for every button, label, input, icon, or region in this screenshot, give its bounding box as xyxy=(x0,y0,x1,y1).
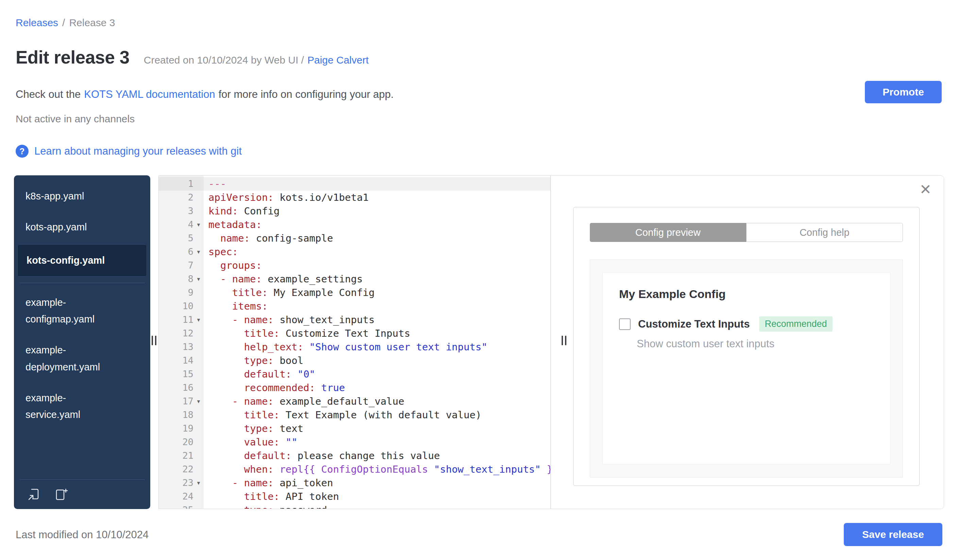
fold-icon[interactable]: ▾ xyxy=(194,245,204,259)
code-text: default: please change this value xyxy=(204,449,550,462)
title-row: Edit release 3 Created on 10/10/2024 by … xyxy=(16,47,368,68)
fold-icon[interactable]: ▾ xyxy=(194,218,204,231)
code-text: apiVersion: kots.io/v1beta1 xyxy=(204,191,550,204)
file-sidebar: k8s-app.yamlkots-app.yamlkots-config.yam… xyxy=(14,176,150,509)
code-line-12[interactable]: 12 title: Customize Text Inputs xyxy=(159,327,550,340)
code-line-14[interactable]: 14 type: bool xyxy=(159,354,550,367)
panel-resize-handle[interactable] xyxy=(561,336,566,345)
page-title: Edit release 3 xyxy=(16,47,130,68)
code-line-24[interactable]: 24 title: API token xyxy=(159,490,550,503)
code-line-25[interactable]: 25 type: password xyxy=(159,503,550,509)
file-item-k8s-app.yaml[interactable]: k8s-app.yaml xyxy=(14,181,122,212)
created-text: Created on 10/10/2024 by Web UI / xyxy=(144,54,304,66)
code-text: - name: example_default_value xyxy=(204,394,550,408)
code-text: recommended: true xyxy=(204,381,550,394)
code-line-17[interactable]: 17▾ - name: example_default_value xyxy=(159,394,550,408)
code-text: value: "" xyxy=(204,435,550,449)
line-number: 5 xyxy=(159,231,204,245)
config-item-row: Customize Text Inputs Recommended xyxy=(619,316,874,332)
promote-button[interactable]: Promote xyxy=(865,81,942,103)
preview-tab-bar: Config preview Config help xyxy=(590,223,903,242)
code-text: title: Text Example (with default value) xyxy=(204,408,550,422)
code-line-23[interactable]: 23▾ - name: api_token xyxy=(159,476,550,490)
save-release-button[interactable]: Save release xyxy=(844,523,942,546)
code-text: kind: Config xyxy=(204,204,550,218)
code-line-16[interactable]: 16 recommended: true xyxy=(159,381,550,394)
preview-card: Config preview Config help My Example Co… xyxy=(573,207,920,486)
file-item-example-service.yaml[interactable]: example-service.yaml xyxy=(14,383,122,430)
code-line-15[interactable]: 15 default: "0" xyxy=(159,367,550,381)
file-item-example-configmap.yaml[interactable]: example-configmap.yaml xyxy=(14,287,122,335)
editor-wrap: 1---2apiVersion: kots.io/v1beta13kind: C… xyxy=(159,176,944,509)
line-number: 7 xyxy=(159,259,204,272)
kots-docs-link[interactable]: KOTS YAML documentation xyxy=(84,89,215,101)
git-docs-link[interactable]: Learn about managing your releases with … xyxy=(34,145,242,157)
fold-icon[interactable]: ▾ xyxy=(194,313,204,327)
breadcrumb-current: Release 3 xyxy=(69,17,115,28)
code-line-9[interactable]: 9 title: My Example Config xyxy=(159,286,550,299)
code-line-2[interactable]: 2apiVersion: kots.io/v1beta1 xyxy=(159,191,550,204)
code-text: - name: api_token xyxy=(204,476,550,490)
file-item-example-deployment.yaml[interactable]: example-deployment.yaml xyxy=(14,335,122,383)
code-text: help_text: "Show custom user text inputs… xyxy=(204,340,550,354)
breadcrumb-separator: / xyxy=(62,17,65,28)
line-number: 15 xyxy=(159,367,204,381)
config-group-card: My Example Config Customize Text Inputs … xyxy=(603,272,890,465)
breadcrumb-releases-link[interactable]: Releases xyxy=(16,17,58,28)
config-item-label[interactable]: Customize Text Inputs xyxy=(638,318,750,330)
code-line-8[interactable]: 8▾ - name: example_settings xyxy=(159,272,550,286)
tab-config-help[interactable]: Config help xyxy=(746,223,903,242)
file-list: k8s-app.yamlkots-app.yamlkots-config.yam… xyxy=(14,176,150,479)
file-item-kots-config.yaml[interactable]: kots-config.yaml xyxy=(17,244,147,277)
docs-suffix: for more info on configuring your app. xyxy=(219,89,394,101)
code-line-3[interactable]: 3kind: Config xyxy=(159,204,550,218)
import-file-icon[interactable] xyxy=(27,487,41,501)
new-file-icon[interactable] xyxy=(54,487,68,501)
code-text: name: config-sample xyxy=(204,231,550,245)
close-icon[interactable]: ✕ xyxy=(920,182,931,197)
line-number: 16 xyxy=(159,381,204,394)
question-icon: ? xyxy=(16,145,29,158)
config-preview-area: My Example Config Customize Text Inputs … xyxy=(590,259,903,478)
fold-icon[interactable]: ▾ xyxy=(194,476,204,490)
code-line-18[interactable]: 18 title: Text Example (with default val… xyxy=(159,408,550,422)
code-line-1[interactable]: 1--- xyxy=(159,177,550,191)
config-item-help: Show custom user text inputs xyxy=(637,338,874,350)
code-text: metadata: xyxy=(204,218,550,231)
code-line-13[interactable]: 13 help_text: "Show custom user text inp… xyxy=(159,340,550,354)
line-number: 8▾ xyxy=(159,272,204,286)
customize-text-inputs-checkbox[interactable] xyxy=(619,318,631,330)
line-number: 1 xyxy=(159,177,204,191)
file-item-kots-app.yaml[interactable]: kots-app.yaml xyxy=(14,212,122,243)
code-line-6[interactable]: 6▾spec: xyxy=(159,245,550,259)
line-number: 4▾ xyxy=(159,218,204,231)
line-number: 11▾ xyxy=(159,313,204,327)
config-group-title: My Example Config xyxy=(619,288,874,301)
code-lines: 1---2apiVersion: kots.io/v1beta13kind: C… xyxy=(159,177,550,509)
code-line-10[interactable]: 10 items: xyxy=(159,299,550,313)
code-line-22[interactable]: 22 when: repl{{ ConfigOptionEquals "show… xyxy=(159,462,550,476)
code-text: groups: xyxy=(204,259,550,272)
code-text: spec: xyxy=(204,245,550,259)
line-number: 14 xyxy=(159,354,204,367)
code-line-11[interactable]: 11▾ - name: show_text_inputs xyxy=(159,313,550,327)
line-number: 3 xyxy=(159,204,204,218)
code-line-21[interactable]: 21 default: please change this value xyxy=(159,449,550,462)
fold-icon[interactable]: ▾ xyxy=(194,272,204,286)
code-line-4[interactable]: 4▾metadata: xyxy=(159,218,550,231)
code-line-19[interactable]: 19 type: text xyxy=(159,422,550,435)
yaml-editor[interactable]: 1---2apiVersion: kots.io/v1beta13kind: C… xyxy=(159,176,550,509)
sidebar-resize-handle[interactable] xyxy=(152,336,156,345)
tab-config-preview[interactable]: Config preview xyxy=(590,223,746,242)
fold-icon[interactable]: ▾ xyxy=(194,394,204,408)
line-number: 6▾ xyxy=(159,245,204,259)
line-number: 21 xyxy=(159,449,204,462)
code-text: type: bool xyxy=(204,354,550,367)
code-line-7[interactable]: 7 groups: xyxy=(159,259,550,272)
line-number: 13 xyxy=(159,340,204,354)
code-line-5[interactable]: 5 name: config-sample xyxy=(159,231,550,245)
code-line-20[interactable]: 20 value: "" xyxy=(159,435,550,449)
line-number: 25 xyxy=(159,503,204,509)
breadcrumb: Releases / Release 3 xyxy=(16,17,115,28)
author-link[interactable]: Paige Calvert xyxy=(307,54,368,66)
